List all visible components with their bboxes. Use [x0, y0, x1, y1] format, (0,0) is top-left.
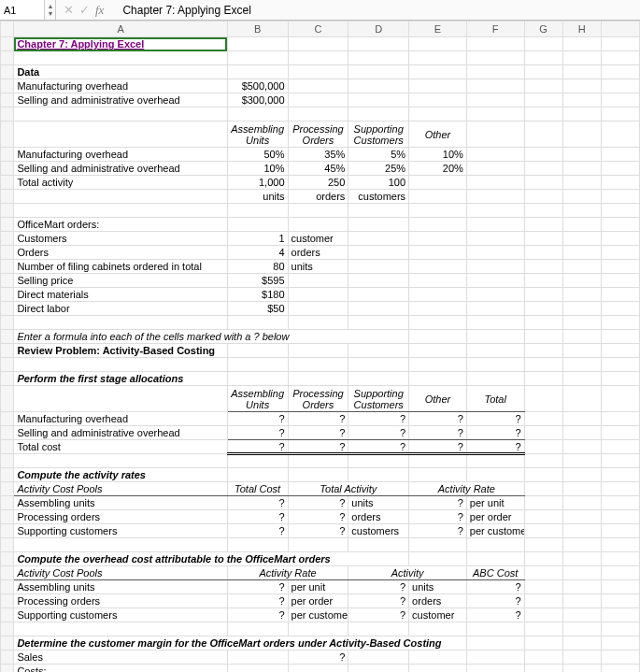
cell[interactable]: ?: [288, 496, 348, 510]
cell[interactable]: 100: [348, 176, 409, 190]
cell[interactable]: Processing orders: [14, 510, 227, 524]
cell[interactable]: 250: [288, 176, 348, 190]
cell[interactable]: ?: [409, 440, 467, 454]
col-C-header[interactable]: C: [288, 21, 348, 37]
cell[interactable]: Compute the activity rates: [14, 468, 227, 482]
cell[interactable]: Processing Orders: [288, 386, 348, 412]
cell[interactable]: Total: [466, 386, 524, 412]
cell[interactable]: ?: [288, 510, 348, 524]
col-A-header[interactable]: A: [14, 21, 227, 37]
cell[interactable]: Customers: [14, 232, 227, 246]
cell[interactable]: ?: [227, 608, 288, 622]
col-G-header[interactable]: G: [524, 21, 562, 37]
cell[interactable]: [466, 37, 524, 51]
fx-label[interactable]: fx: [95, 3, 113, 18]
cell[interactable]: ?: [409, 426, 467, 440]
cell[interactable]: units: [227, 190, 288, 204]
cell[interactable]: orders: [288, 190, 348, 204]
cell[interactable]: ?: [227, 580, 288, 594]
cell[interactable]: Supporting Customers: [348, 386, 409, 412]
cell[interactable]: Supporting customers: [14, 524, 227, 538]
cell[interactable]: ?: [466, 426, 524, 440]
cell[interactable]: Total Activity: [288, 482, 409, 496]
cell[interactable]: [14, 51, 227, 65]
cell[interactable]: Direct labor: [14, 302, 227, 316]
cell[interactable]: ?: [409, 496, 467, 510]
cell[interactable]: Compute the overhead cost attributable t…: [14, 552, 409, 566]
cell[interactable]: per customer: [288, 608, 348, 622]
name-box-stepper[interactable]: ▴ ▾: [45, 0, 56, 20]
cell[interactable]: [601, 37, 639, 51]
cell[interactable]: Assembling units: [14, 496, 227, 510]
cell[interactable]: Selling and administrative overhead: [14, 162, 227, 176]
cell[interactable]: [288, 37, 348, 51]
cell[interactable]: Direct materials: [14, 288, 227, 302]
cell[interactable]: [227, 37, 288, 51]
cell[interactable]: ?: [348, 412, 409, 426]
cell[interactable]: 25%: [348, 162, 409, 176]
col-B-header[interactable]: B: [227, 21, 288, 37]
cell[interactable]: Sales: [14, 651, 227, 665]
cell[interactable]: ?: [409, 510, 467, 524]
cell[interactable]: ?: [227, 496, 288, 510]
cell[interactable]: customers: [348, 524, 409, 538]
cell[interactable]: [409, 37, 467, 51]
col-E-header[interactable]: E: [409, 21, 467, 37]
name-box[interactable]: A1: [0, 0, 45, 20]
cell[interactable]: ?: [348, 608, 409, 622]
cell[interactable]: [524, 37, 562, 51]
cell[interactable]: units: [348, 496, 409, 510]
cell[interactable]: ?: [348, 426, 409, 440]
cell[interactable]: [562, 37, 601, 51]
cell[interactable]: per order: [288, 594, 348, 608]
cell[interactable]: ?: [288, 412, 348, 426]
cell[interactable]: Activity Rate: [227, 566, 348, 580]
cell[interactable]: 50%: [227, 148, 288, 162]
cell[interactable]: Activity Cost Pools: [14, 566, 227, 580]
cell[interactable]: Activity Rate: [409, 482, 524, 496]
cell[interactable]: ?: [288, 426, 348, 440]
col-H-header[interactable]: H: [562, 21, 601, 37]
cell[interactable]: $300,000: [227, 93, 288, 107]
cell[interactable]: Manufacturing overhead: [14, 79, 227, 93]
cell[interactable]: Review Problem: Activity-Based Costing: [14, 344, 227, 358]
cell[interactable]: per customer: [466, 524, 524, 538]
cell[interactable]: Total activity: [14, 176, 227, 190]
cell[interactable]: ?: [227, 594, 288, 608]
cell[interactable]: customers: [348, 190, 409, 204]
cell[interactable]: Orders: [14, 246, 227, 260]
cell[interactable]: $500,000: [227, 79, 288, 93]
cell[interactable]: ?: [466, 440, 524, 454]
cell[interactable]: 20%: [409, 162, 467, 176]
cell[interactable]: Other: [409, 122, 467, 148]
cell[interactable]: Assembling Units: [227, 122, 288, 148]
cell[interactable]: [348, 37, 409, 51]
col-I-header[interactable]: [601, 21, 639, 37]
cell[interactable]: Supporting customers: [14, 608, 227, 622]
cell[interactable]: Supporting Customers: [348, 122, 409, 148]
cell[interactable]: ?: [227, 524, 288, 538]
cell[interactable]: 45%: [288, 162, 348, 176]
cell[interactable]: orders: [288, 246, 348, 260]
cell[interactable]: 1,000: [227, 176, 288, 190]
cell[interactable]: 35%: [288, 148, 348, 162]
cell[interactable]: Processing Orders: [288, 122, 348, 148]
cell[interactable]: units: [288, 260, 348, 274]
cell[interactable]: Determine the customer margin for the Of…: [14, 636, 466, 651]
cell[interactable]: 10%: [227, 162, 288, 176]
cell[interactable]: ?: [348, 580, 409, 594]
cell[interactable]: ?: [227, 510, 288, 524]
cell[interactable]: customer: [288, 232, 348, 246]
cell[interactable]: Costs:: [14, 665, 227, 673]
cell[interactable]: Selling and administrative overhead: [14, 426, 227, 440]
cell[interactable]: Activity Cost Pools: [14, 482, 227, 496]
cell[interactable]: $50: [227, 302, 288, 316]
cell[interactable]: orders: [409, 594, 467, 608]
col-F-header[interactable]: F: [466, 21, 524, 37]
cell[interactable]: ?: [288, 524, 348, 538]
cell[interactable]: ?: [348, 440, 409, 454]
cell[interactable]: Total Cost: [227, 482, 288, 496]
cell[interactable]: $595: [227, 274, 288, 288]
cell[interactable]: ABC Cost: [466, 566, 524, 580]
cell[interactable]: ?: [466, 608, 524, 622]
